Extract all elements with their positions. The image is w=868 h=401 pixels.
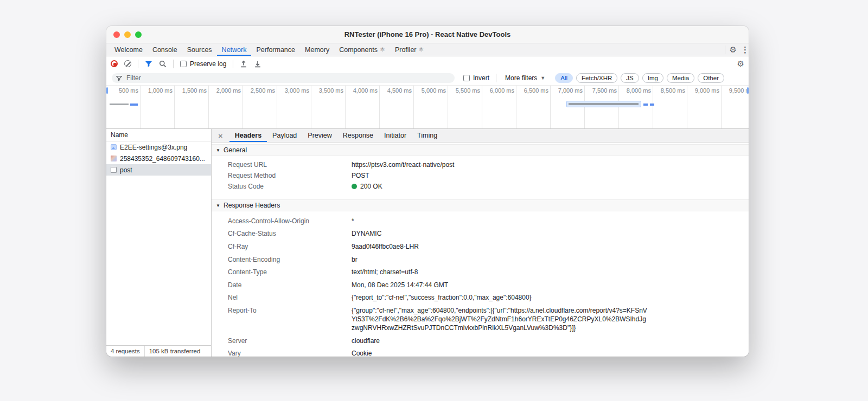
more-options-icon[interactable]: ⋮: [741, 46, 745, 54]
filter-input[interactable]: [125, 74, 450, 82]
request-row[interactable]: 258435352_648609743160...: [106, 153, 211, 164]
details-tabs: HeadersPayloadPreviewResponseInitiatorTi…: [229, 129, 443, 142]
filter-input-box[interactable]: [112, 73, 455, 83]
close-details-button[interactable]: ×: [212, 129, 229, 142]
close-icon: ×: [218, 131, 223, 140]
tab-sources[interactable]: Sources: [182, 43, 217, 56]
request-name: 258435352_648609743160...: [120, 155, 205, 163]
timeline-right-handle[interactable]: [747, 87, 749, 94]
timeline-column: 1,000 ms: [141, 86, 175, 128]
request-row[interactable]: post: [106, 164, 211, 176]
invert-label: Invert: [473, 74, 489, 82]
tab-label: Components: [339, 46, 378, 54]
header-row: Request MethodPOST: [212, 170, 749, 181]
tab-welcome[interactable]: Welcome: [110, 43, 148, 56]
header-value: DYNAMIC: [352, 229, 381, 238]
preserve-log-checkbox[interactable]: [180, 61, 187, 67]
details-tab-preview[interactable]: Preview: [302, 129, 337, 142]
tab-memory[interactable]: Memory: [300, 43, 334, 56]
header-row: Access-Control-Allow-Origin*: [212, 215, 749, 228]
header-value: text/html; charset=utf-8: [352, 268, 418, 276]
waterfall-bar-dash: [643, 104, 648, 106]
tab-performance[interactable]: Performance: [251, 43, 300, 56]
main-tabs: WelcomeConsoleSourcesNetworkPerformanceM…: [110, 43, 429, 56]
section-header-response-headers[interactable]: ▼Response Headers: [212, 199, 749, 211]
filter-pill-img[interactable]: Img: [642, 73, 663, 83]
timeline-tick-label: 8,000 ms: [619, 86, 653, 94]
tab-network[interactable]: Network: [217, 43, 252, 56]
header-row: Nel{"report_to":"cf-nel","success_fracti…: [212, 292, 749, 305]
name-column-header[interactable]: Name: [106, 129, 211, 141]
request-row[interactable]: E2EE-settings@3x.png: [106, 141, 211, 153]
timeline-column: 3,000 ms: [277, 86, 311, 128]
record-network-log-button[interactable]: [111, 60, 118, 67]
image-file-icon: [111, 144, 117, 150]
search-icon[interactable]: [159, 60, 167, 68]
timeline-tick-label: 5,000 ms: [414, 86, 448, 94]
header-row: Report-To{"group":"cf-nel","max_age":604…: [212, 304, 749, 334]
minimize-window-button[interactable]: [124, 31, 131, 38]
devtools-window: RNTester (iPhone 16 Pro) - React Native …: [106, 26, 749, 357]
timeline-tick-label: 8,500 ms: [653, 86, 687, 94]
details-tab-headers[interactable]: Headers: [229, 129, 267, 142]
header-row: Content-Encodingbr: [212, 253, 749, 266]
header-name: Date: [228, 281, 352, 289]
timeline-tick-label: 6,000 ms: [482, 86, 516, 94]
details-tabbar: × HeadersPayloadPreviewResponseInitiator…: [212, 129, 749, 143]
close-window-button[interactable]: [113, 31, 120, 38]
timeline-tick-label: 2,500 ms: [243, 86, 277, 94]
tab-console[interactable]: Console: [148, 43, 182, 56]
timeline-tick-label: 4,500 ms: [380, 86, 413, 94]
tab-label: Profiler: [395, 46, 417, 54]
disclosure-triangle-icon: ▼: [216, 148, 220, 153]
waterfall-bar-dash: [650, 104, 654, 106]
timeline-column: 3,500 ms: [311, 86, 346, 128]
clear-network-log-button[interactable]: [124, 60, 131, 67]
details-tab-payload[interactable]: Payload: [267, 129, 302, 142]
header-value: Cookie: [352, 349, 372, 357]
timeline-left-handle[interactable]: [106, 87, 108, 94]
zoom-window-button[interactable]: [135, 31, 142, 38]
timeline-overview[interactable]: 500 ms1,000 ms1,500 ms2,000 ms2,500 ms3,…: [106, 85, 749, 129]
tab-label: Welcome: [114, 46, 143, 54]
network-content: Name E2EE-settings@3x.png258435352_64860…: [106, 129, 749, 357]
settings-gear-icon[interactable]: ⚙: [730, 46, 737, 54]
details-tab-initiator[interactable]: Initiator: [379, 129, 412, 142]
timeline-tick-label: 6,500 ms: [516, 86, 550, 94]
filter-pill-js[interactable]: JS: [621, 73, 639, 83]
filter-toggle-icon[interactable]: [145, 60, 152, 68]
filter-pill-fetch-xhr[interactable]: Fetch/XHR: [576, 73, 617, 83]
filter-pill-other[interactable]: Other: [698, 73, 724, 83]
timeline-column: 4,000 ms: [346, 86, 380, 128]
filter-pill-all[interactable]: All: [555, 73, 573, 83]
timeline-tick-label: 1,000 ms: [141, 86, 174, 94]
document-file-icon: [111, 167, 117, 173]
header-row: Content-Typetext/html; charset=utf-8: [212, 266, 749, 279]
header-row: VaryCookie: [212, 347, 749, 357]
devtools-tabbar: WelcomeConsoleSourcesNetworkPerformanceM…: [106, 43, 749, 56]
timeline-column: 9,000 ms: [687, 86, 722, 128]
import-har-icon[interactable]: [240, 60, 247, 68]
details-tab-timing[interactable]: Timing: [412, 129, 443, 142]
section-header-general[interactable]: ▼General: [212, 144, 749, 156]
tab-components[interactable]: Components⚛: [334, 43, 390, 56]
export-har-icon[interactable]: [254, 60, 261, 68]
invert-checkbox[interactable]: [463, 75, 470, 81]
filter-pill-media[interactable]: Media: [667, 73, 694, 83]
request-details-panel: × HeadersPayloadPreviewResponseInitiator…: [212, 129, 749, 357]
request-list: E2EE-settings@3x.png258435352_6486097431…: [106, 141, 211, 176]
more-filters-button[interactable]: More filters ▼: [503, 74, 547, 82]
network-settings-gear-icon[interactable]: ⚙: [737, 60, 744, 68]
timeline-column: 6,500 ms: [516, 86, 551, 128]
titlebar: RNTester (iPhone 16 Pro) - React Native …: [106, 26, 749, 43]
details-tab-response[interactable]: Response: [337, 129, 379, 142]
timeline-column: 6,000 ms: [482, 86, 516, 128]
timeline-tick-label: 3,500 ms: [311, 86, 345, 94]
header-value: https://ptsv3.com/t/react-native/post: [352, 160, 454, 169]
tab-profiler[interactable]: Profiler⚛: [390, 43, 429, 56]
header-value: Mon, 08 Dec 2025 14:47:44 GMT: [352, 281, 448, 289]
section-rows: Access-Control-Allow-Origin*Cf-Cache-Sta…: [212, 211, 749, 357]
timeline-tick-label: 500 ms: [106, 86, 140, 94]
timeline-column: 500 ms: [106, 86, 141, 128]
header-name: Cf-Cache-Status: [228, 229, 352, 238]
